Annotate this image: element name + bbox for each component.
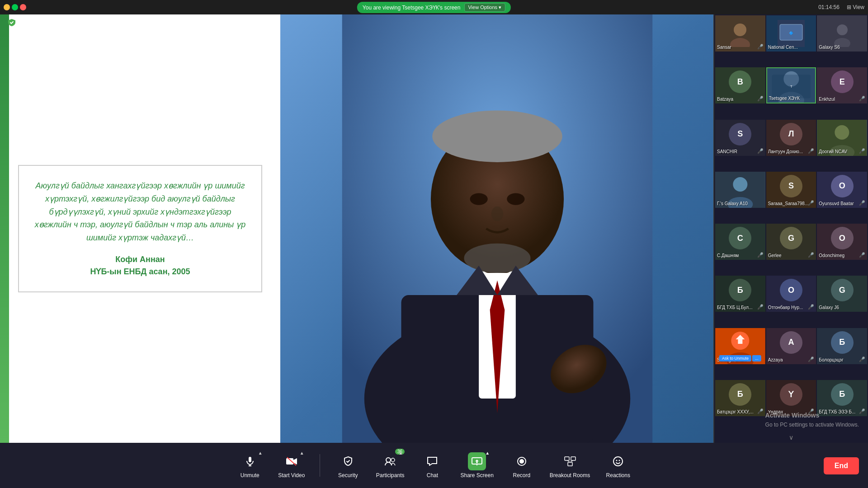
- svg-text:🔷: 🔷: [789, 31, 793, 35]
- mute-icon: 🎤: [859, 408, 865, 414]
- scroll-down-indicator[interactable]: ∨: [714, 432, 868, 443]
- view-label[interactable]: ⊞ View: [847, 4, 864, 10]
- participants-caret[interactable]: ▲: [398, 450, 403, 455]
- close-button[interactable]: [20, 4, 26, 10]
- svg-point-9: [507, 193, 524, 205]
- participant-tile[interactable]: Б Батцэцэг ХХХУ,... 🎤: [715, 380, 765, 416]
- microphone-icon: ▲: [241, 452, 259, 470]
- participant-name: Sansar: [717, 45, 731, 50]
- participant-tile[interactable]: Sansar 🎤: [715, 15, 765, 52]
- meeting-timer: 01:14:56: [818, 4, 840, 10]
- participant-tile[interactable]: O Odonchimeg 🎤: [817, 224, 867, 260]
- participant-tile[interactable]: G Galaxy J6: [817, 276, 867, 312]
- participants-grid: Sansar 🎤 🔷 National Cen... Ga: [714, 14, 868, 432]
- participant-name: Saraaa_Saraa798...: [768, 201, 809, 206]
- svg-point-43: [386, 458, 391, 462]
- participant-tile[interactable]: Доогий NCAV 🎤: [817, 120, 867, 156]
- security-button[interactable]: Security: [335, 452, 362, 479]
- video-caret[interactable]: ▲: [300, 450, 304, 455]
- breakout-rooms-button[interactable]: Breakout Rooms: [550, 452, 590, 479]
- mute-icon: 🎤: [808, 148, 814, 154]
- svg-text:T: T: [790, 84, 793, 89]
- participant-name: Gerlee: [768, 253, 782, 258]
- share-screen-label: Share Screen: [460, 472, 493, 479]
- breakout-rooms-icon: [561, 452, 579, 470]
- participant-tile[interactable]: Б Болорцэцэг 🎤: [817, 328, 867, 364]
- participant-tile[interactable]: S SANCHIR 🎤: [715, 120, 765, 156]
- start-video-button[interactable]: ▲ Start Video: [278, 452, 305, 479]
- chat-button[interactable]: Chat: [419, 452, 446, 479]
- svg-point-16: [730, 38, 750, 47]
- participant-tile[interactable]: B Batzaya 🎤: [715, 67, 765, 103]
- camera-icon: ▲: [283, 452, 301, 470]
- participant-name: Батцэцэг ХХХУ,...: [717, 409, 754, 414]
- participant-tile[interactable]: O Oyunsuvd Baatar 🎤: [817, 172, 867, 208]
- minimize-button[interactable]: [4, 4, 10, 10]
- ask-to-unmute-button[interactable]: Ask to Unmute: [719, 355, 751, 361]
- chevron-down-icon: ∨: [789, 434, 793, 441]
- participants-button[interactable]: 36 ▲ Participants: [376, 452, 405, 479]
- svg-marker-48: [475, 460, 479, 463]
- presentation-slide: Аюулгүй байдлыг хангахгүйгээр хөгжлийн ү…: [0, 14, 280, 443]
- participant-tile[interactable]: Б БГД ТХБ Ц.Бул... 🎤: [715, 276, 765, 312]
- participant-tile[interactable]: Galaxy S6: [817, 15, 867, 52]
- svg-point-8: [470, 193, 488, 205]
- share-screen-button[interactable]: ▲ Share Screen: [460, 452, 493, 479]
- unmute-button[interactable]: ▲ Unmute: [236, 452, 264, 479]
- svg-point-57: [616, 460, 618, 461]
- participant-name: Доогий NCAV: [819, 149, 847, 154]
- titlebar-right: 01:14:56 ⊞ View: [818, 4, 864, 10]
- unmute-label: Unmute: [241, 472, 259, 479]
- participant-tile[interactable]: С С.Дашням 🎤: [715, 224, 765, 260]
- speaker-video-area: [280, 14, 714, 443]
- svg-point-32: [733, 177, 747, 192]
- mute-icon: 🎤: [757, 96, 764, 102]
- participant-tile-active[interactable]: T Tsetsgee ХЭҮК: [766, 67, 816, 103]
- share-screen-caret[interactable]: ▲: [485, 450, 490, 455]
- participant-tile[interactable]: Л Лантуун Дохио... 🎤: [766, 120, 816, 156]
- svg-point-21: [837, 24, 848, 35]
- participant-name: Oyunsuvd Baatar: [819, 201, 854, 206]
- record-button[interactable]: Record: [508, 452, 535, 479]
- main-content-area: Аюулгүй байдлыг хангахгүйгээр хөгжлийн ү…: [0, 14, 714, 443]
- participant-name: SANCHIR: [717, 149, 737, 154]
- mute-icon: 🎤: [808, 252, 814, 258]
- svg-rect-37: [249, 457, 251, 462]
- svg-point-50: [519, 459, 524, 464]
- reactions-button[interactable]: Reactions: [604, 452, 632, 479]
- reactions-icon: [609, 452, 627, 470]
- mute-icon: 🎤: [808, 357, 814, 362]
- participant-name: Galaxy S6: [819, 45, 840, 50]
- participant-tile[interactable]: E Enkhzul 🎤: [817, 67, 867, 103]
- end-meeting-button[interactable]: End: [824, 457, 859, 474]
- view-options-button[interactable]: View Options ▾: [464, 3, 505, 12]
- mute-icon: 🎤: [808, 304, 814, 310]
- meeting-toolbar: ▲ Unmute ▲ Start Video Security: [0, 443, 868, 488]
- participant-tile[interactable]: A Azzaya 🎤: [766, 328, 816, 364]
- participant-name: National Cen...: [768, 45, 798, 50]
- participant-tile[interactable]: Г.'s Galaxy A10: [715, 172, 765, 208]
- breakout-rooms-label: Breakout Rooms: [550, 472, 590, 479]
- participants-label: Participants: [376, 472, 405, 479]
- participant-tile[interactable]: S Saraaa_Saraa798... 🎤: [766, 172, 816, 208]
- svg-point-10: [491, 206, 503, 221]
- slide-decoration: [0, 14, 9, 443]
- maximize-button[interactable]: [12, 4, 18, 10]
- share-screen-banner: You are viewing Tsetsgee ХЭҮК's screen V…: [357, 2, 511, 13]
- banner-text: You are viewing Tsetsgee ХЭҮК's screen: [363, 5, 461, 11]
- slide-author-name: Кофи Аннан НҮБ-ын ЕНБД асан, 2005: [30, 253, 250, 278]
- svg-rect-53: [568, 462, 572, 466]
- svg-rect-51: [565, 457, 569, 460]
- participant-tile[interactable]: 🔷 National Cen...: [766, 15, 816, 52]
- participant-name: Enkhzul: [819, 97, 835, 102]
- ask-unmute-more-button[interactable]: ...: [752, 355, 761, 361]
- mute-icon: 🎤: [757, 304, 764, 310]
- unmute-caret[interactable]: ▲: [258, 450, 263, 455]
- participant-tile[interactable]: G Gerlee 🎤: [766, 224, 816, 260]
- record-label: Record: [513, 472, 531, 479]
- svg-point-56: [613, 457, 623, 466]
- participant-tile[interactable]: О Отгонбаяр Нур... 🎤: [766, 276, 816, 312]
- participant-name: Отгонбаяр Нур...: [768, 305, 803, 310]
- participant-tile-solongo[interactable]: Solongo Sha... Ask to Unmute ...: [715, 328, 765, 364]
- window-controls[interactable]: [4, 4, 26, 10]
